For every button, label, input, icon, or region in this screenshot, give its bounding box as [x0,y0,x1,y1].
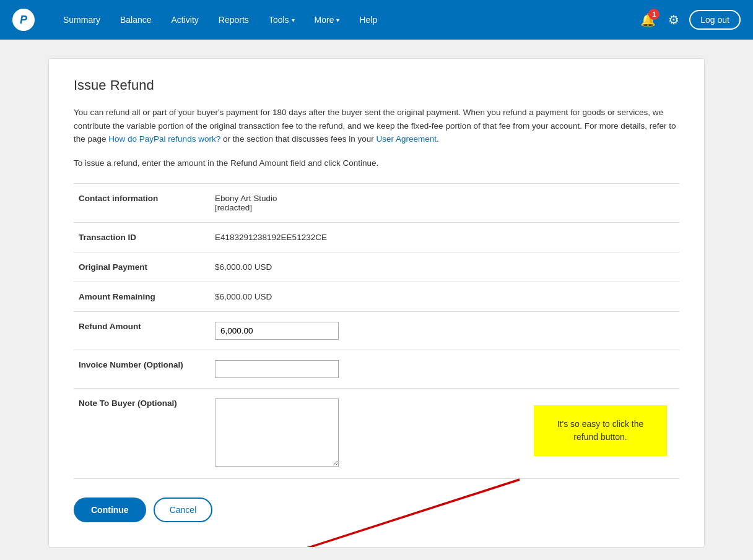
button-row: Continue Cancel [74,498,679,522]
original-payment-row: Original Payment $6,000.00 USD [74,252,679,282]
note-textarea[interactable] [215,398,339,467]
refund-amount-input[interactable] [215,322,339,340]
logout-button[interactable]: Log out [689,10,741,30]
page-wrapper: It's so easy to click the refund button.… [36,58,717,548]
refund-form-table: Contact information Ebony Art Studio [re… [74,183,679,479]
nav-links: Summary Balance Activity Reports Tools ▾… [53,0,638,40]
amount-remaining-row: Amount Remaining $6,000.00 USD [74,282,679,311]
nav-tools[interactable]: Tools ▾ [259,0,305,40]
navbar: P Summary Balance Activity Reports Tools… [0,0,753,40]
cancel-button[interactable]: Cancel [154,498,213,522]
description-paragraph: You can refund all or part of your buyer… [74,106,679,146]
transaction-label: Transaction ID [74,222,210,252]
notifications-bell[interactable]: 🔔 1 [638,10,658,30]
refund-amount-cell [210,311,679,350]
refund-amount-row: Refund Amount [74,311,679,350]
user-agreement-link[interactable]: User Agreement [376,134,437,144]
nav-summary[interactable]: Summary [53,0,110,40]
refund-amount-label: Refund Amount [74,311,210,350]
note-label: Note To Buyer (Optional) [74,388,210,478]
notification-badge: 1 [648,9,659,20]
contact-value: Ebony Art Studio [redacted] [210,183,679,222]
note-row: Note To Buyer (Optional) [74,388,679,478]
paypal-logo: P [12,9,35,31]
invoice-cell [210,350,679,388]
invoice-label: Invoice Number (Optional) [74,350,210,388]
amount-remaining-value: $6,000.00 USD [210,282,679,311]
nav-balance[interactable]: Balance [110,0,162,40]
note-cell [210,388,679,478]
contact-label: Contact information [74,183,210,222]
original-payment-label: Original Payment [74,252,210,282]
nav-activity[interactable]: Activity [162,0,209,40]
page-title: Issue Refund [74,77,679,93]
invoice-input[interactable] [215,360,339,378]
invoice-row: Invoice Number (Optional) [74,350,679,388]
contact-row: Contact information Ebony Art Studio [re… [74,183,679,222]
instructions-text: To issue a refund, enter the amount in t… [74,158,679,168]
amount-remaining-label: Amount Remaining [74,282,210,311]
transaction-value: E4183291238192EE51232CE [210,222,679,252]
chevron-down-icon: ▾ [292,17,295,24]
original-payment-value: $6,000.00 USD [210,252,679,282]
nav-reports[interactable]: Reports [209,0,259,40]
chevron-down-icon: ▾ [336,17,339,24]
settings-icon[interactable]: ⚙ [666,10,682,30]
refund-help-link[interactable]: How do PayPal refunds work? [108,134,220,144]
nav-help[interactable]: Help [349,0,387,40]
continue-button[interactable]: Continue [74,498,146,522]
main-card: It's so easy to click the refund button.… [48,58,705,548]
nav-right: 🔔 1 ⚙ Log out [638,10,741,30]
nav-more[interactable]: More ▾ [305,0,350,40]
transaction-row: Transaction ID E4183291238192EE51232CE [74,222,679,252]
